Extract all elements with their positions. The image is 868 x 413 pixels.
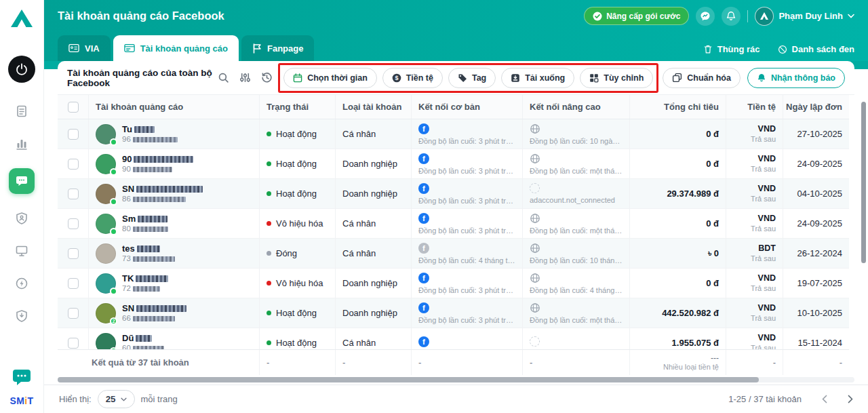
trash-button[interactable]: Thùng rác (703, 44, 760, 54)
table-row[interactable]: 90 90 Hoạt động Doanh nghiệp Đồng bộ lần… (58, 149, 849, 179)
col-total-spend[interactable]: Tổng chi tiêu (630, 95, 726, 119)
redacted-id (133, 346, 164, 349)
chat-bubble-icon (700, 11, 711, 22)
sidebar-item-ad-accounts[interactable] (9, 168, 35, 194)
power-button[interactable] (8, 56, 35, 83)
col-currency[interactable]: Tiền tệ (726, 95, 783, 119)
table-row[interactable]: SN 86 Hoạt động Doanh nghiệp Đồng bộ lần… (58, 179, 849, 209)
sidebar-item-identity[interactable] (14, 210, 30, 227)
avatar-badge (110, 168, 117, 176)
redacted-name (134, 156, 193, 163)
col-created-date[interactable]: Ngày lập đơn (783, 95, 849, 119)
payment-type: Trả sau (751, 225, 776, 233)
user-menu[interactable]: Phạm Duy Linh (755, 7, 854, 26)
account-id: 90 (122, 165, 131, 173)
col-advanced-connection[interactable]: Kết nối nâng cao (523, 95, 630, 119)
row-checkbox[interactable] (68, 338, 79, 349)
topbar: Tài khoản quảng cáo Facebook Nâng cấp gó… (44, 0, 868, 32)
advanced-sync-text: Đồng bộ lần cuối: một tháng trư... (530, 316, 623, 324)
table-row[interactable]: Sm 80 Vô hiệu hóa Cá nhân Đồng bộ lần cu… (58, 209, 849, 239)
results-summary: Kết quả từ 37 tài khoản (58, 350, 260, 375)
blacklist-button[interactable]: Danh sách đen (778, 44, 854, 54)
notifications-bell-button[interactable] (722, 7, 741, 26)
upgrade-plan-button[interactable]: Nâng cấp gói cước (584, 7, 689, 25)
sidebar-item-automation[interactable] (14, 275, 30, 292)
table-row[interactable]: tes 73 Đóng Cá nhân Đồng bộ lần cuối: 4 … (58, 239, 849, 269)
not-connected-icon (530, 336, 540, 347)
advanced-sync-text: Đồng bộ lần cuối: một tháng trư... (530, 227, 623, 235)
account-type-label: Doanh nghiệp (342, 308, 397, 318)
scrollbar-thumb[interactable] (58, 377, 759, 382)
col-status[interactable]: Trạng thái (260, 95, 336, 119)
tab-ad-accounts[interactable]: Tài khoản quảng cáo (113, 35, 239, 61)
row-checkbox[interactable] (68, 248, 79, 259)
history-refresh-button[interactable] (261, 72, 273, 83)
ad-account-card-icon (124, 43, 135, 53)
topbar-actions: Nâng cấp gói cước (584, 7, 854, 26)
normalize-button[interactable]: Chuẩn hóa (663, 68, 741, 88)
row-checkbox[interactable] (68, 189, 79, 199)
currency-code: VND (758, 334, 776, 342)
payment-type: Trả sau (751, 255, 776, 262)
tab-fanpage[interactable]: Fanpage (241, 35, 314, 61)
next-page-button[interactable] (848, 395, 853, 404)
currency-button[interactable]: $ Tiền tệ (382, 68, 443, 88)
redacted-name (138, 216, 167, 222)
avatar (96, 154, 116, 174)
sidebar-bottom: SMiT (9, 368, 33, 406)
sidebar-item-notes[interactable] (14, 103, 30, 119)
prev-page-button[interactable] (822, 395, 827, 404)
row-checkbox[interactable] (68, 308, 79, 319)
table-row[interactable]: Dũ 60 Hoạt động Cá nhân 1.955.075 đ VND … (58, 328, 849, 349)
vertical-scrollbar[interactable] (861, 102, 866, 263)
tab-via[interactable]: VIA (58, 35, 111, 61)
created-date: 27-10-2025 (797, 129, 843, 139)
account-info: Dũ 60 (122, 334, 164, 349)
facebook-icon (418, 213, 429, 224)
customize-columns-button[interactable]: Tùy chỉnh (580, 68, 653, 88)
search-button[interactable] (218, 72, 229, 83)
facebook-icon (418, 302, 429, 313)
sidebar-nav (9, 103, 35, 324)
status-dot (267, 251, 271, 256)
col-ad-account[interactable]: Tài khoản quảng cáo (89, 95, 260, 119)
col-account-type[interactable]: Loại tài khoản (336, 95, 412, 119)
status-dot (267, 311, 271, 315)
column-settings-button[interactable] (239, 72, 251, 83)
col-basic-connection[interactable]: Kết nối cơ bản (412, 95, 523, 119)
sidebar-item-devices[interactable] (14, 243, 30, 259)
total-spend-value: 0 đ (706, 159, 719, 169)
status-dot (267, 281, 271, 286)
download-button[interactable]: Tải xuống (501, 68, 574, 88)
facebook-icon (418, 123, 429, 134)
power-icon (16, 63, 28, 75)
sidebar-item-statistics[interactable] (14, 136, 30, 152)
row-checkbox[interactable] (68, 218, 79, 229)
scrollbar-track[interactable] (58, 377, 854, 382)
notify-subscribe-button[interactable]: Nhận thông báo (747, 68, 845, 88)
account-name: Dũ (122, 333, 134, 343)
table-row[interactable]: 2 SN 66 Hoạt động Doanh nghiệp Đồng bộ l… (58, 298, 849, 328)
tag-button[interactable]: Tag (448, 68, 496, 88)
messenger-icon-button[interactable] (696, 7, 715, 26)
account-name: Tu (122, 124, 132, 134)
support-chat-button[interactable] (12, 368, 32, 387)
meta-globe-icon (530, 123, 540, 134)
row-checkbox[interactable] (68, 278, 79, 289)
row-checkbox[interactable] (68, 129, 79, 140)
payment-type: Trả sau (751, 136, 776, 143)
date-range-button[interactable]: Chọn thời gian (283, 68, 377, 88)
sidebar-item-extension[interactable] (14, 308, 30, 324)
currency-code: BDT (758, 244, 776, 253)
account-name: 90 (122, 154, 132, 164)
select-all-checkbox[interactable] (68, 102, 79, 113)
row-checkbox[interactable] (68, 159, 79, 170)
table-row[interactable]: TK 72 Vô hiệu hóa Doanh nghiệp Đồng bộ l… (58, 269, 849, 298)
redacted-id (133, 227, 168, 232)
page-size-select[interactable]: 25 (98, 390, 135, 408)
table-row[interactable]: Tu 96 Hoạt động Cá nhân Đồng bộ lần cuối… (58, 119, 849, 149)
chevron-right-icon (848, 395, 853, 404)
sliders-icon (239, 72, 251, 83)
account-type-label: Doanh nghiệp (342, 189, 397, 199)
payment-type: Trả sau (751, 285, 776, 292)
